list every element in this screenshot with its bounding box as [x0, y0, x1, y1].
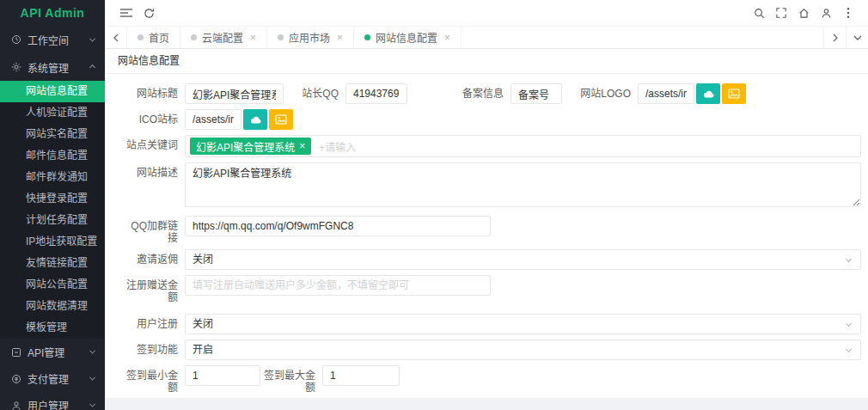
sidebar-item-users[interactable]: 用户管理	[0, 392, 105, 410]
signin-max-input[interactable]	[322, 365, 400, 386]
top-navbar	[105, 0, 868, 26]
tab-cloud-config[interactable]: 云端配置 ×	[180, 27, 267, 48]
tab-status-dot	[364, 34, 370, 40]
description-textarea[interactable]: 幻影API聚合管理系统	[185, 162, 861, 207]
register-gift-input[interactable]	[185, 275, 491, 296]
form-row-invite-rebate: 邀请返佣 关闭	[123, 249, 861, 270]
tab-status-dot	[191, 34, 197, 40]
chevron-down-icon	[89, 35, 95, 41]
chevron-left-icon	[113, 34, 119, 42]
tag-close-icon[interactable]: ×	[299, 141, 305, 151]
menu-fold-icon[interactable]	[115, 3, 138, 23]
logo-preview-button[interactable]	[722, 83, 746, 104]
signin-select[interactable]: 开启	[185, 340, 861, 360]
tab-close-icon[interactable]: ×	[444, 32, 450, 44]
invite-rebate-value: 关闭	[193, 254, 213, 266]
user-icon[interactable]	[815, 3, 837, 23]
sidebar-item-system[interactable]: 系统管理	[0, 53, 105, 81]
sidebar-item-quick-login[interactable]: 快捷登录配置	[0, 188, 105, 210]
tab-status-dot	[138, 34, 144, 40]
sidebar-item-label: API管理	[28, 345, 84, 359]
sidebar-item-template[interactable]: 模板管理	[0, 317, 105, 339]
chevron-up-icon	[89, 64, 95, 70]
sidebar-item-label: 系统管理	[28, 60, 84, 75]
user-icon	[11, 401, 21, 410]
sidebar-item-workspace[interactable]: 工作空间	[0, 26, 105, 53]
image-icon	[275, 114, 287, 125]
user-register-select[interactable]: 关闭	[185, 314, 861, 334]
form-row-ico: ICO站标	[123, 109, 861, 130]
tab-site-info[interactable]: 网站信息配置 ×	[354, 27, 462, 48]
tab-close-icon[interactable]: ×	[250, 32, 256, 44]
register-gift-label: 注册赠送金额	[123, 275, 185, 303]
user-register-label: 用户注册	[123, 314, 185, 330]
sidebar-item-label: 用户管理	[28, 398, 84, 410]
form-row-register-gift: 注册赠送金额	[123, 275, 861, 303]
tab-label: 首页	[149, 30, 169, 45]
app-logo-title: API Admin	[0, 0, 105, 26]
ico-path-input[interactable]	[185, 109, 241, 130]
keywords-input[interactable]: 幻影API聚合管理系统 × +请输入	[185, 135, 861, 157]
chevron-down-icon	[846, 256, 852, 262]
sidebar-item-data-clean[interactable]: 网站数据清理	[0, 296, 105, 317]
sidebar-item-realname[interactable]: 网站实名配置	[0, 124, 105, 145]
sidebar-item-announcement[interactable]: 网站公告配置	[0, 274, 105, 296]
logo-path-input[interactable]	[638, 83, 694, 104]
cloud-upload-icon	[249, 115, 262, 125]
qq-input[interactable]	[345, 83, 407, 104]
cloud-upload-icon	[702, 89, 715, 99]
qq-group-input[interactable]	[185, 216, 491, 236]
ico-preview-button[interactable]	[269, 109, 293, 130]
sidebar-item-site-info[interactable]: 网站信息配置	[0, 81, 105, 102]
ico-label: ICO站标	[123, 109, 185, 125]
qq-label: 站长QQ	[284, 83, 345, 100]
sidebar-item-api[interactable]: API管理	[0, 339, 105, 365]
site-title-input[interactable]	[185, 83, 284, 104]
gear-icon	[11, 62, 21, 72]
logo-label: 网站LOGO	[576, 83, 638, 100]
tab-close-icon[interactable]: ×	[337, 32, 343, 44]
refresh-icon[interactable]	[138, 3, 160, 23]
sidebar: API Admin 工作空间 系统管理 网站信息配置 人机验证配置 网站实名配置…	[0, 0, 105, 410]
ico-upload-button[interactable]	[243, 109, 267, 130]
sidebar-item-ip-config[interactable]: IP地址获取配置	[0, 231, 105, 253]
chevron-down-icon	[89, 348, 95, 354]
sidebar-item-cron[interactable]: 计划任务配置	[0, 210, 105, 231]
navbar-right-group	[748, 3, 859, 23]
chevron-down-icon	[89, 401, 95, 407]
invite-rebate-label: 邀请返佣	[123, 249, 185, 266]
signin-max-label: 签到最大金额	[260, 365, 322, 394]
sidebar-item-friend-links[interactable]: 友情链接配置	[0, 253, 105, 274]
tab-label: 网站信息配置	[376, 30, 437, 45]
sidebar-item-mail-info[interactable]: 邮件信息配置	[0, 145, 105, 167]
logo-upload-button[interactable]	[696, 83, 720, 104]
description-label: 网站描述	[123, 162, 185, 179]
tabs-scroll-right-button[interactable]	[823, 27, 846, 48]
fullscreen-icon[interactable]	[770, 3, 792, 23]
signin-min-input[interactable]	[185, 365, 260, 386]
user-register-value: 关闭	[193, 318, 213, 330]
tabs-scroll-left-button[interactable]	[105, 27, 127, 48]
keyword-tag: 幻影API聚合管理系统 ×	[190, 138, 311, 155]
sidebar-item-payment[interactable]: 支付管理	[0, 365, 105, 392]
sidebar-item-captcha[interactable]: 人机验证配置	[0, 102, 105, 124]
api-icon	[11, 347, 21, 358]
image-icon	[728, 89, 740, 99]
form-row-qq-group: QQ加群链接	[123, 216, 861, 244]
keyword-tag-text: 幻影API聚合管理系统	[196, 139, 295, 154]
tab-home[interactable]: 首页	[127, 27, 180, 48]
more-kebab-icon[interactable]	[837, 3, 859, 23]
chevron-right-icon	[832, 34, 839, 42]
form-row-user-register: 用户注册 关闭	[123, 314, 861, 334]
search-icon[interactable]	[748, 3, 770, 23]
keywords-placeholder: +请输入	[319, 139, 356, 154]
sidebar-item-mail-notify[interactable]: 邮件群发通知	[0, 167, 105, 188]
tabs-menu-button[interactable]	[846, 27, 868, 48]
beian-input[interactable]	[510, 83, 562, 104]
site-info-form: 网站标题 站长QQ 备案信息 网站LOGO	[105, 74, 868, 398]
invite-rebate-select[interactable]: 关闭	[185, 249, 861, 270]
home-icon[interactable]	[792, 3, 815, 23]
form-row-basic: 网站标题 站长QQ 备案信息 网站LOGO	[123, 83, 861, 104]
tab-app-market[interactable]: 应用市场 ×	[267, 27, 354, 48]
signin-min-label: 签到最小金额	[123, 365, 185, 394]
